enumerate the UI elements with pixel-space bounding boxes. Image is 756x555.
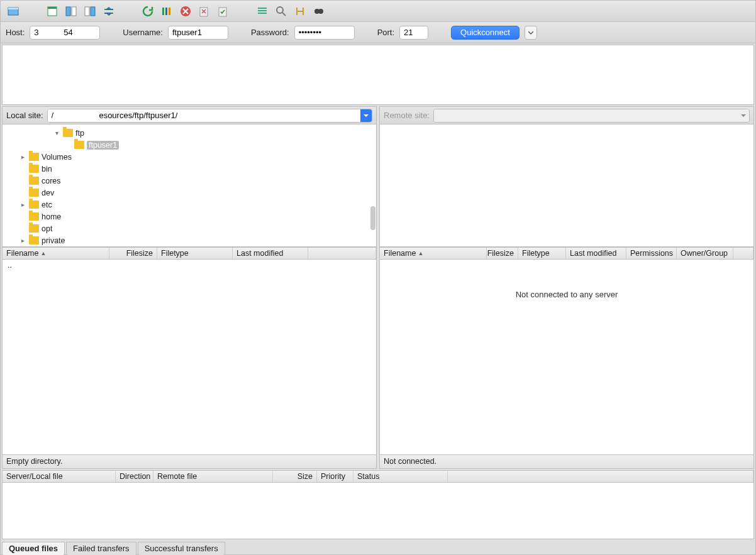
svg-rect-1 xyxy=(8,8,18,9)
local-path-row: Local site: xyxy=(2,106,377,124)
tree-row[interactable]: ▾ftp xyxy=(3,127,376,139)
reconnect-icon[interactable] xyxy=(216,4,231,19)
queue-columns: Server/Local file Direction Remote file … xyxy=(2,470,754,483)
quickconnect-bar: Host: Username: Password: Port: Quickcon… xyxy=(1,22,755,43)
disclosure-triangle-icon[interactable]: ▾ xyxy=(53,129,60,136)
chevron-down-icon xyxy=(738,109,749,122)
svg-rect-9 xyxy=(165,8,167,15)
chevron-down-icon[interactable] xyxy=(360,109,372,122)
scrollbar-thumb[interactable] xyxy=(370,206,375,230)
filter-icon[interactable] xyxy=(255,4,270,19)
col-direction[interactable]: Direction xyxy=(116,471,153,482)
disconnect-icon[interactable] xyxy=(197,4,212,19)
username-label: Username: xyxy=(123,28,163,37)
sort-asc-icon: ▲ xyxy=(418,250,423,256)
svg-rect-21 xyxy=(318,10,320,13)
remote-status: Not connected. xyxy=(379,455,754,469)
local-status: Empty directory. xyxy=(2,455,377,469)
tab-queued-files[interactable]: Queued files xyxy=(2,542,65,555)
tree-row[interactable]: home xyxy=(3,211,376,223)
refresh-icon[interactable] xyxy=(140,4,155,19)
port-label: Port: xyxy=(377,28,394,37)
local-path-combo[interactable] xyxy=(47,109,372,123)
remote-file-list[interactable]: Not connected to any server xyxy=(379,260,754,455)
svg-rect-8 xyxy=(162,8,164,15)
col-size[interactable]: Size xyxy=(273,471,317,482)
message-log[interactable] xyxy=(2,45,754,105)
process-queue-icon[interactable] xyxy=(159,4,174,19)
svg-rect-10 xyxy=(169,8,170,15)
tree-item-label: dev xyxy=(42,189,54,197)
col-filetype[interactable]: Filetype xyxy=(157,248,233,259)
col-filesize[interactable]: Filesize xyxy=(487,248,518,259)
password-input[interactable] xyxy=(294,26,355,40)
svg-rect-16 xyxy=(258,13,267,14)
folder-icon xyxy=(29,153,39,161)
main-toolbar xyxy=(1,1,755,22)
compare-icon[interactable] xyxy=(82,4,97,19)
col-filename[interactable]: Filename▲ xyxy=(380,248,487,259)
svg-line-18 xyxy=(282,13,286,16)
port-input[interactable] xyxy=(399,26,428,40)
tree-row[interactable]: cores xyxy=(3,175,376,187)
site-manager-icon[interactable] xyxy=(6,4,21,19)
tree-row[interactable]: dev xyxy=(3,187,376,199)
local-tree[interactable]: ▾ftpftpuser1▸Volumesbincoresdev▸etchomeo… xyxy=(2,124,377,247)
remote-tree[interactable] xyxy=(379,124,754,247)
queue-tabs: Queued files Failed transfers Successful… xyxy=(2,541,754,554)
compare-dir-icon[interactable] xyxy=(292,4,308,19)
tab-failed-transfers[interactable]: Failed transfers xyxy=(66,542,136,555)
col-server-local[interactable]: Server/Local file xyxy=(3,471,116,482)
password-label: Password: xyxy=(251,28,289,37)
col-filesize[interactable]: Filesize xyxy=(109,248,157,259)
disclosure-triangle-icon[interactable]: ▸ xyxy=(19,201,26,208)
queue-body[interactable] xyxy=(2,483,754,539)
disclosure-triangle-icon[interactable]: ▸ xyxy=(19,237,26,244)
tree-row[interactable]: opt xyxy=(3,223,376,234)
tree-row[interactable]: ▸etc xyxy=(3,199,376,211)
col-permissions[interactable]: Permissions xyxy=(626,248,677,259)
folder-icon xyxy=(29,177,39,185)
local-path-input[interactable] xyxy=(48,109,360,122)
col-owner[interactable]: Owner/Group xyxy=(677,248,733,259)
col-lastmod[interactable]: Last modified xyxy=(233,248,308,259)
svg-rect-6 xyxy=(85,7,89,16)
tree-row[interactable]: ▸Volumes xyxy=(3,151,376,163)
host-input[interactable] xyxy=(30,26,100,40)
col-priority[interactable]: Priority xyxy=(317,471,353,482)
remote-path-row: Remote site: xyxy=(379,106,754,124)
cancel-icon[interactable] xyxy=(178,4,193,19)
local-file-list[interactable]: .. xyxy=(2,260,377,455)
folder-icon xyxy=(29,212,39,221)
transfer-queue: Server/Local file Direction Remote file … xyxy=(2,470,754,539)
disclosure-triangle-icon[interactable]: ▸ xyxy=(19,153,26,160)
svg-rect-4 xyxy=(66,7,70,16)
parent-dir-row[interactable]: .. xyxy=(3,260,376,271)
tab-successful-transfers[interactable]: Successful transfers xyxy=(138,542,225,555)
toggle-tree-icon[interactable] xyxy=(64,4,79,19)
folder-icon xyxy=(29,236,39,245)
col-status[interactable]: Status xyxy=(353,471,448,482)
search-icon[interactable] xyxy=(274,4,289,19)
folder-icon xyxy=(29,189,39,197)
quickconnect-button[interactable]: Quickconnect xyxy=(451,26,520,40)
folder-icon xyxy=(29,165,39,173)
svg-rect-5 xyxy=(72,7,76,16)
quickconnect-history-dropdown[interactable] xyxy=(525,26,537,40)
tree-row[interactable]: ▸private xyxy=(3,234,376,246)
remote-path-input xyxy=(434,109,738,122)
col-remote-file[interactable]: Remote file xyxy=(153,471,273,482)
username-input[interactable] xyxy=(168,26,228,40)
tree-row[interactable]: bin xyxy=(3,163,376,175)
col-filetype[interactable]: Filetype xyxy=(518,248,566,259)
new-tab-icon[interactable] xyxy=(45,4,60,19)
col-lastmod[interactable]: Last modified xyxy=(566,248,626,259)
sync-browse-icon[interactable] xyxy=(101,4,116,19)
host-label: Host: xyxy=(6,28,25,37)
tree-item-label: bin xyxy=(42,165,52,173)
svg-rect-7 xyxy=(91,7,95,16)
tree-row[interactable]: ftpuser1 xyxy=(3,139,376,151)
col-filename[interactable]: Filename▲ xyxy=(3,248,109,259)
remote-pane: Remote site: Filename▲ Filesize Filetype… xyxy=(379,106,754,469)
find-icon[interactable] xyxy=(311,4,326,19)
